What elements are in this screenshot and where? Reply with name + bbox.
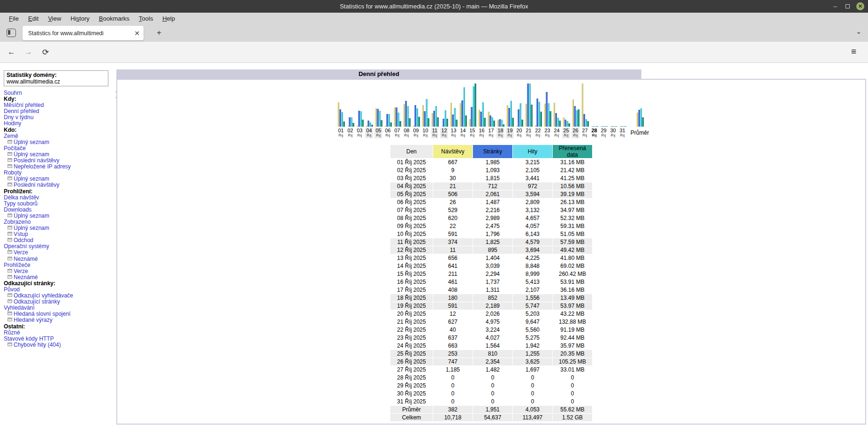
hits-cell: 8,848 xyxy=(513,262,552,270)
chart-day-label: 21Říj xyxy=(525,128,532,138)
visits-cell: 180 xyxy=(433,294,472,302)
visits-cell: 747 xyxy=(433,358,472,365)
bandwidth-cell: 59.31 MB xyxy=(553,222,592,230)
sidebar-link[interactable]: Zobrazeno xyxy=(4,219,30,225)
sidebar-link[interactable]: Úplný seznam xyxy=(14,213,49,219)
visits-cell: 10,718 xyxy=(433,414,472,421)
sidebar-link[interactable]: Dny v týdnu xyxy=(4,114,33,121)
sidebar-link[interactable]: Země xyxy=(4,133,18,139)
sidebar-link[interactable]: Hledané výrazy xyxy=(14,317,53,323)
sidebar-link[interactable]: Odkazující vyhledávače xyxy=(14,292,73,299)
visits-cell: 529 xyxy=(433,206,472,214)
report-window-icon xyxy=(8,176,12,180)
visits-cell: 408 xyxy=(433,286,472,294)
sidebar-link[interactable]: Typy souborů xyxy=(4,200,38,207)
day-cell: 24 Říj 2025 xyxy=(390,342,433,349)
menu-view[interactable]: View xyxy=(43,14,66,23)
visits-cell: 667 xyxy=(433,159,472,166)
column-header: Stránky xyxy=(473,145,512,158)
sidebar-link[interactable]: Počítače xyxy=(4,145,26,152)
menu-help[interactable]: Help xyxy=(158,14,180,23)
pages-cell: 2,189 xyxy=(473,302,512,310)
sidebar-link[interactable]: Poslední návštěvy xyxy=(14,182,59,188)
sidebar-link[interactable]: Chybové hity (404) xyxy=(14,342,61,348)
sidebar-link[interactable]: Souhrn xyxy=(4,90,22,96)
sidebar-link[interactable]: Operační systémy xyxy=(4,243,49,250)
menu-file[interactable]: File xyxy=(4,14,23,23)
sidebar-link[interactable]: Původ xyxy=(4,286,20,293)
sidebar-section-header: Ostatní: xyxy=(4,324,114,330)
chart-bars-group xyxy=(450,83,457,127)
sidebar-link[interactable]: Poslední návštěvy xyxy=(14,157,59,164)
sidebar-link[interactable]: Odkazující stránky xyxy=(14,298,60,305)
sidebar-link[interactable]: Stavové kódy HTTP xyxy=(4,335,54,342)
sidebar-link[interactable]: Hledaná slovní spojení xyxy=(14,311,70,317)
chart-day-label: 25Říj xyxy=(562,128,570,138)
sidebar-link[interactable]: Nepřeložené IP adresy xyxy=(14,163,71,170)
tab-close-icon[interactable]: ✕ xyxy=(134,30,140,37)
menu-hamburger-icon[interactable]: ≡ xyxy=(851,46,856,57)
chart-bars-group xyxy=(609,83,617,127)
chart-bars-group xyxy=(337,83,345,127)
new-tab-button[interactable]: + xyxy=(157,28,161,38)
pages-cell: 2,989 xyxy=(473,214,512,222)
menu-bookmarks[interactable]: Bookmarks xyxy=(94,14,134,23)
menu-edit[interactable]: Edit xyxy=(23,14,43,23)
visits-cell: 382 xyxy=(433,406,472,413)
sidebar-link[interactable]: Verze xyxy=(14,249,28,256)
chart-day-column: 09Říj xyxy=(411,83,421,138)
bandwidth-cell: 53.91 MB xyxy=(553,278,592,286)
table-row: 10 Říj 20255911,7966,14351.05 MB xyxy=(390,230,592,238)
sidebar-link[interactable]: Downloads xyxy=(4,206,31,213)
table-row: 24 Říj 20256631,5641,94235.97 MB xyxy=(390,342,592,349)
chart-bars-group xyxy=(365,83,373,127)
reload-button[interactable]: ⟳ xyxy=(42,47,49,57)
sidebar-link[interactable]: Úplný seznam xyxy=(14,139,49,145)
close-button[interactable]: ✕ xyxy=(856,2,864,10)
chart-day-label: 18Říj xyxy=(496,128,504,138)
navigation-bar: ← → ⟳ www.allmultimedia.cz/statistics/ ★… xyxy=(0,42,868,63)
visits-cell: 591 xyxy=(433,302,472,310)
sidebar-link[interactable]: Délka návštěv xyxy=(4,194,39,201)
sidebar-link[interactable]: Úplný seznam xyxy=(14,151,49,158)
sidebar-link[interactable]: Verze xyxy=(14,268,28,274)
bandwidth-cell: 1.52 GB xyxy=(553,414,592,421)
chart-bars-group xyxy=(412,83,420,127)
report-window-icon xyxy=(8,164,12,168)
sidebar-link[interactable]: Neznámé xyxy=(14,274,38,281)
sidebar-link[interactable]: Neznámé xyxy=(14,256,38,262)
sidebar-link[interactable]: Měsíční přehled xyxy=(4,102,44,108)
minimize-button[interactable]: – xyxy=(831,3,839,10)
bandwidth-cell: 0 xyxy=(553,382,592,389)
forward-button[interactable]: → xyxy=(24,47,32,57)
bandwidth-bar xyxy=(343,122,345,127)
sidebar-link[interactable]: Vyhledávání xyxy=(4,304,35,311)
chart-bars-group xyxy=(544,83,551,127)
day-cell: 23 Říj 2025 xyxy=(390,334,433,342)
browser-tab[interactable]: Statistics for www.allmultimedi ✕ xyxy=(23,26,144,40)
sidebar-link[interactable]: Vstup xyxy=(14,231,28,237)
bandwidth-cell: 105.25 MB xyxy=(553,358,592,365)
day-cell: 08 Říj 2025 xyxy=(390,214,433,222)
firefox-view-icon[interactable] xyxy=(7,29,16,37)
chart-day-label: 19Říj xyxy=(506,128,513,138)
sidebar-link[interactable]: Úplný seznam xyxy=(14,175,49,182)
restore-button[interactable] xyxy=(845,4,850,8)
list-tabs-chevron-icon[interactable]: ⌄ xyxy=(856,28,861,35)
sidebar-link[interactable]: Prohlížeče xyxy=(4,262,30,268)
sidebar-link[interactable]: Úplný seznam xyxy=(14,225,49,231)
pages-cell: 1,737 xyxy=(473,278,512,286)
table-row: 06 Říj 2025261,4872,80926.13 MB xyxy=(390,198,592,206)
day-cell: 02 Říj 2025 xyxy=(390,167,433,174)
sidebar-link[interactable]: Hodiny xyxy=(4,120,21,127)
sidebar-link[interactable]: Odchod xyxy=(14,237,33,243)
bandwidth-bar xyxy=(399,121,401,127)
menu-tools[interactable]: Tools xyxy=(134,14,158,23)
pages-cell: 1,796 xyxy=(473,230,512,238)
chart-bars-group xyxy=(591,83,598,127)
menu-history[interactable]: History xyxy=(66,14,94,23)
sidebar-link[interactable]: Různé xyxy=(4,329,20,336)
chart-day-label: 24Říj xyxy=(553,128,560,138)
sidebar-link[interactable]: Denní přehled xyxy=(4,108,39,114)
back-button[interactable]: ← xyxy=(8,47,15,57)
